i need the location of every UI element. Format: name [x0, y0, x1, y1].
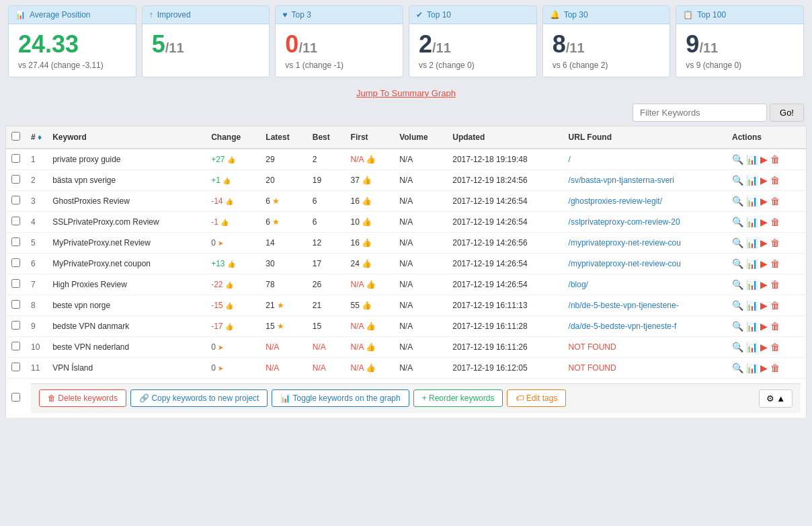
filter-keywords-input[interactable]	[633, 104, 767, 122]
stat-value-top10: 2/11	[419, 31, 527, 58]
bottom-btn-copy[interactable]: 🔗 Copy keywords to new project	[130, 389, 268, 407]
delete-action-7[interactable]: 🗑	[770, 300, 780, 311]
row-checkbox-6[interactable]	[6, 274, 26, 295]
search-action-0[interactable]: 🔍	[732, 154, 743, 165]
chart-action-0[interactable]: 📊	[746, 154, 758, 165]
row-checkbox-3[interactable]	[6, 211, 26, 232]
arrow-action-0[interactable]: ▶	[760, 154, 768, 165]
arrow-action-3[interactable]: ▶	[760, 217, 768, 227]
row-latest-1: 20	[260, 170, 307, 190]
select-all-checkbox[interactable]	[11, 132, 20, 141]
delete-action-5[interactable]: 🗑	[770, 258, 780, 269]
stat-label-top100: Top 100	[697, 10, 726, 20]
chart-action-4[interactable]: 📊	[746, 237, 758, 248]
row-actions-1: 🔍 📊 ▶ 🗑	[727, 170, 806, 190]
search-action-9[interactable]: 🔍	[732, 342, 743, 352]
delete-action-3[interactable]: 🗑	[770, 217, 780, 227]
search-action-7[interactable]: 🔍	[732, 300, 743, 311]
jump-to-graph-link[interactable]: Jump To Summary Graph	[0, 83, 812, 104]
row-updated-0: 2017-12-18 19:19:48	[447, 149, 563, 170]
arrow-action-8[interactable]: ▶	[760, 321, 768, 332]
delete-action-1[interactable]: 🗑	[770, 175, 780, 186]
row-change-6: -22 👍	[206, 274, 260, 295]
row-checkbox-10[interactable]	[6, 357, 26, 378]
chart-action-8[interactable]: 📊	[746, 321, 758, 332]
stat-card-body-top10: 2/11 vs 2 (change 0)	[409, 24, 536, 77]
row-checkbox-1[interactable]	[6, 170, 26, 190]
row-checkbox-0[interactable]	[6, 149, 26, 170]
row-keyword-6: High Proxies Review	[47, 274, 206, 295]
row-checkbox-5[interactable]	[6, 253, 26, 274]
row-best-5: 17	[307, 253, 346, 274]
row-checkbox-8[interactable]	[6, 315, 26, 336]
search-action-6[interactable]: 🔍	[732, 279, 743, 290]
chart-action-6[interactable]: 📊	[746, 279, 758, 290]
stat-compare-top100: vs 9 (change 0)	[686, 61, 794, 70]
row-checkbox-9[interactable]	[6, 336, 26, 357]
row-updated-9: 2017-12-19 16:11:26	[447, 336, 563, 357]
delete-action-2[interactable]: 🗑	[770, 196, 780, 206]
stat-label-avg-position: Average Position	[30, 10, 91, 20]
delete-action-0[interactable]: 🗑	[770, 154, 780, 165]
search-action-1[interactable]: 🔍	[732, 175, 743, 186]
delete-action-6[interactable]: 🗑	[770, 279, 780, 290]
keywords-table: # ♦ Keyword Change Latest Best First Vol…	[5, 126, 807, 418]
row-first-9: N/A 👍	[346, 336, 395, 357]
bottom-select-checkbox[interactable]	[11, 393, 20, 402]
row-best-10: N/A	[307, 357, 346, 378]
chart-action-3[interactable]: 📊	[746, 217, 758, 227]
row-volume-1: N/A	[394, 170, 447, 190]
search-action-4[interactable]: 🔍	[732, 237, 743, 248]
row-change-3: -1 👍	[206, 211, 260, 232]
stats-row: 📊 Average Position 24.33 vs 27.44 (chang…	[0, 0, 812, 83]
search-action-3[interactable]: 🔍	[732, 217, 743, 227]
bottom-btn-edit-tags[interactable]: 🏷 Edit tags	[507, 389, 566, 407]
go-button[interactable]: Go!	[770, 104, 804, 122]
chart-action-1[interactable]: 📊	[746, 175, 758, 186]
delete-action-10[interactable]: 🗑	[770, 363, 780, 373]
row-checkbox-7[interactable]	[6, 295, 26, 315]
bottom-btn-toggle[interactable]: 📊 Toggle keywords on the graph	[272, 389, 409, 407]
row-best-2: 6	[307, 190, 346, 211]
row-num-1: 2	[26, 170, 47, 190]
stat-card-body-top100: 9/11 vs 9 (change 0)	[676, 24, 803, 77]
row-checkbox-2[interactable]	[6, 190, 26, 211]
delete-action-4[interactable]: 🗑	[770, 237, 780, 248]
row-updated-5: 2017-12-19 14:26:54	[447, 253, 563, 274]
arrow-action-5[interactable]: ▶	[760, 258, 768, 269]
col-url: URL Found	[563, 126, 727, 149]
chart-action-5[interactable]: 📊	[746, 258, 758, 269]
stat-icon-improved: ↑	[149, 10, 153, 20]
col-change: Change	[206, 126, 260, 149]
arrow-action-10[interactable]: ▶	[760, 363, 768, 373]
row-change-2: -14 👍	[206, 190, 260, 211]
bottom-btn-delete[interactable]: 🗑 Delete keywords	[39, 389, 126, 407]
table-row: 2 bästa vpn sverige +1 👍 20 19 37 👍 N/A …	[6, 170, 807, 190]
arrow-action-1[interactable]: ▶	[760, 175, 768, 186]
search-action-5[interactable]: 🔍	[732, 258, 743, 269]
chart-action-9[interactable]: 📊	[746, 342, 758, 352]
row-url-3: /sslprivateproxy-com-review-20	[563, 211, 727, 232]
search-action-10[interactable]: 🔍	[732, 363, 743, 373]
bottom-btn-reorder[interactable]: + Reorder keywords	[413, 389, 503, 407]
row-updated-4: 2017-12-19 14:26:56	[447, 232, 563, 253]
row-url-6: /blog/	[563, 274, 727, 295]
search-action-8[interactable]: 🔍	[732, 321, 743, 332]
delete-action-9[interactable]: 🗑	[770, 342, 780, 352]
arrow-action-2[interactable]: ▶	[760, 196, 768, 206]
search-action-2[interactable]: 🔍	[732, 196, 743, 206]
chart-action-2[interactable]: 📊	[746, 196, 758, 206]
row-best-9: N/A	[307, 336, 346, 357]
arrow-action-7[interactable]: ▶	[760, 300, 768, 311]
chart-action-7[interactable]: 📊	[746, 300, 758, 311]
arrow-action-9[interactable]: ▶	[760, 342, 768, 352]
gear-settings-button[interactable]: ⚙ ▲	[759, 389, 793, 408]
chart-action-10[interactable]: 📊	[746, 363, 758, 373]
bottom-buttons: 🗑 Delete keywords🔗 Copy keywords to new …	[39, 389, 566, 407]
row-latest-9: N/A	[260, 336, 307, 357]
arrow-action-6[interactable]: ▶	[760, 279, 768, 290]
row-checkbox-4[interactable]	[6, 232, 26, 253]
delete-action-8[interactable]: 🗑	[770, 321, 780, 332]
table-section: Go! # ♦ Keyword Change Latest Best First…	[0, 104, 812, 424]
arrow-action-4[interactable]: ▶	[760, 237, 768, 248]
